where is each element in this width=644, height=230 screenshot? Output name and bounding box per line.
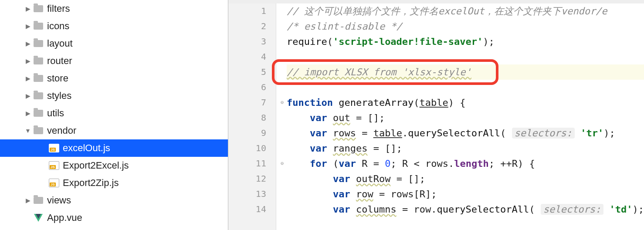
tree-file[interactable]: Export2Zip.js xyxy=(0,174,228,192)
keyword: var xyxy=(310,143,327,154)
folder-icon xyxy=(32,23,44,30)
line-number-gutter: 1234567891011121314 xyxy=(228,3,276,230)
folder-icon xyxy=(32,92,44,99)
identifier: R xyxy=(420,189,425,200)
expand-arrow-icon[interactable]: ▶ xyxy=(24,35,32,52)
expand-arrow-icon[interactable]: ▶ xyxy=(24,17,32,35)
property: length xyxy=(454,158,488,169)
keyword: var xyxy=(333,189,350,200)
line-number: 1 xyxy=(228,3,276,19)
tree-folder[interactable]: ▶views xyxy=(0,192,228,209)
identifier: rows xyxy=(333,128,356,139)
code-line: var columns = row.querySelectorAll( sele… xyxy=(287,202,644,217)
line-number: 6 xyxy=(228,80,276,95)
line-number: 14 xyxy=(228,202,276,217)
line-number: 8 xyxy=(228,110,276,125)
fn-call: require xyxy=(287,36,327,47)
param: table xyxy=(420,97,448,108)
vue-file-icon xyxy=(32,214,44,222)
identifier: R xyxy=(402,158,408,169)
js-file-icon xyxy=(48,144,60,152)
tree-folder[interactable]: ▶store xyxy=(0,70,228,87)
identifier: rows xyxy=(425,158,448,169)
tree-folder[interactable]: ▶layout xyxy=(0,35,228,52)
comment-text: // import XLSX from 'xlsx-style' xyxy=(287,67,471,78)
tree-item-label: utils xyxy=(47,105,69,122)
tree-folder[interactable]: ▶styles xyxy=(0,87,228,105)
tree-folder[interactable]: ▶filters xyxy=(0,0,228,17)
folder-icon xyxy=(32,5,44,12)
code-line: require('script-loader!file-saver'); xyxy=(287,34,644,49)
tree-item-label: vendor xyxy=(47,122,81,139)
inlay-hint: selectors: xyxy=(541,204,603,215)
tree-folder[interactable]: ▶icons xyxy=(0,17,228,35)
identifier: out xyxy=(333,112,350,123)
folder-icon xyxy=(32,110,44,117)
line-number: 4 xyxy=(228,49,276,64)
code-line: var rows = table.querySelectorAll( selec… xyxy=(287,125,644,141)
code-area[interactable]: // 这个可以单独搞个文件，文件名excelOut，在这个文件夹下vendor/… xyxy=(276,3,644,230)
inlay-hint: selectors: xyxy=(512,128,575,139)
line-number: 13 xyxy=(228,186,276,202)
string-literal: 'td' xyxy=(610,204,633,215)
tree-item-label: filters xyxy=(47,0,75,17)
code-line: var row = rows[R]; xyxy=(287,186,644,202)
folder-icon xyxy=(32,40,44,47)
folder-icon xyxy=(32,75,44,82)
folder-icon xyxy=(32,58,44,64)
keyword: var xyxy=(333,173,350,184)
expand-arrow-icon[interactable]: ▶ xyxy=(24,87,32,105)
folder-icon xyxy=(32,197,44,204)
number: 0 xyxy=(385,158,390,169)
keyword: var xyxy=(333,204,350,215)
ide-root: ▶filters▶icons▶layout▶router▶store▶style… xyxy=(0,0,644,230)
keyword: var xyxy=(310,112,327,123)
punct: ); xyxy=(483,36,495,47)
tree-item-label: icons xyxy=(47,17,75,35)
js-file-icon xyxy=(48,179,60,187)
tree-folder[interactable]: ▶utils xyxy=(0,105,228,122)
line-number: 10 xyxy=(228,141,276,156)
line-number: 5 xyxy=(228,64,276,80)
tree-item-label: router xyxy=(47,52,77,70)
keyword: var xyxy=(310,128,327,139)
code-line: var out = []; xyxy=(287,110,644,125)
line-number: 7 xyxy=(228,95,276,110)
expand-arrow-icon[interactable]: ▶ xyxy=(24,70,32,87)
identifier: table xyxy=(373,128,402,139)
keyword: function xyxy=(287,97,333,108)
identifier: row xyxy=(414,204,431,215)
tree-folder[interactable]: ▶router xyxy=(0,52,228,70)
code-editor[interactable]: 1234567891011121314 // 这个可以单独搞个文件，文件名exc… xyxy=(228,0,644,230)
fold-gutter-icon[interactable]: ⊖ xyxy=(281,156,284,171)
tree-file[interactable]: Export2Excel.js xyxy=(0,157,228,174)
keyword: var xyxy=(339,158,356,169)
tree-item-label: Export2Zip.js xyxy=(63,174,124,192)
expand-arrow-icon[interactable]: ▼ xyxy=(24,122,32,139)
code-line xyxy=(287,49,644,64)
expand-arrow-icon[interactable]: ▶ xyxy=(24,0,32,17)
js-file-icon xyxy=(48,161,60,170)
keyword: for xyxy=(310,158,327,169)
expand-arrow-icon[interactable]: ▶ xyxy=(24,105,32,122)
tree-file[interactable]: App.vue xyxy=(0,209,228,227)
identifier: R xyxy=(362,158,367,169)
tree-file[interactable]: excelOut.js xyxy=(0,139,228,157)
line-number: 9 xyxy=(228,125,276,141)
code-line: var outRow = []; xyxy=(287,171,644,186)
identifier: R xyxy=(512,158,518,169)
method-name: querySelectorAll xyxy=(408,128,500,139)
code-line: var ranges = []; xyxy=(287,141,644,156)
code-line: // 这个可以单独搞个文件，文件名excelOut，在这个文件夹下vendor/… xyxy=(287,3,644,19)
project-file-tree[interactable]: ▶filters▶icons▶layout▶router▶store▶style… xyxy=(0,0,228,230)
tree-folder[interactable]: ▼vendor xyxy=(0,122,228,139)
tree-item-label: main.js xyxy=(47,227,83,230)
expand-arrow-icon[interactable]: ▶ xyxy=(24,192,32,209)
fold-gutter-icon[interactable]: ⊖ xyxy=(281,95,284,110)
tree-file[interactable]: main.js xyxy=(0,227,228,230)
code-line: ⊖function generateArray(table) { xyxy=(287,95,644,110)
method-name: querySelectorAll xyxy=(437,204,529,215)
line-number: 12 xyxy=(228,171,276,186)
comment-text: // 这个可以单独搞个文件，文件名excelOut，在这个文件夹下vendor/… xyxy=(287,6,607,17)
expand-arrow-icon[interactable]: ▶ xyxy=(24,52,32,70)
